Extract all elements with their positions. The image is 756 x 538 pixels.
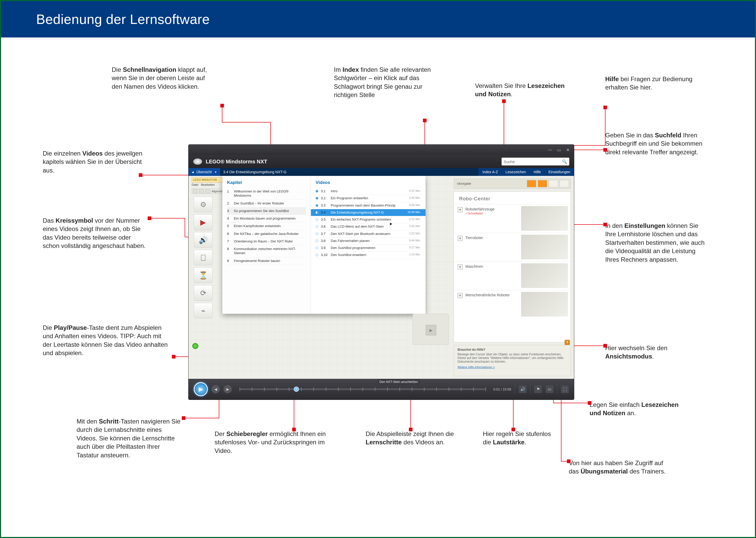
tool-play-icon[interactable]: [194, 214, 213, 230]
tool-display-icon[interactable]: ⎕: [194, 250, 213, 265]
ann-einstellungen: In den Einstellungen können Sie Ihre Ler…: [605, 222, 709, 264]
app-window: — ▭ ✕ LEGO® Mindstorms NXT Suche 🔍 ◀ Übe…: [189, 145, 574, 400]
right-seg-icon[interactable]: [549, 180, 558, 187]
viewmode-icon[interactable]: ⛶: [561, 385, 569, 393]
right-seg-icon[interactable]: [538, 180, 547, 187]
nav-center-icon[interactable]: ▶: [426, 325, 436, 335]
video-row[interactable]: 3.4 Die Entwicklungsumgebung NXT-G 15:58…: [311, 209, 425, 216]
chapter-row[interactable]: 5Einen Kampfroboter entwickeln: [227, 222, 306, 230]
app-title: LEGO® Mindstorms NXT: [206, 159, 267, 165]
progress-circle-icon: [316, 218, 318, 221]
time-counter: 0:01 / 15:58: [493, 387, 511, 391]
bookmark-icon[interactable]: ⚑: [534, 385, 542, 393]
help-heading: Brauchst du Hilfe?: [458, 348, 567, 351]
minimize-icon[interactable]: —: [547, 147, 553, 152]
tool-switch-icon[interactable]: [194, 303, 213, 318]
video-row[interactable]: 3.2 Ein Programm entwerfen 5:55 Min.: [316, 195, 421, 202]
menu-file[interactable]: Datei: [192, 183, 198, 188]
chapter-row[interactable]: 3So programmieren Sie den SushiBot: [227, 207, 306, 215]
play-pause-button[interactable]: ▶: [194, 382, 208, 396]
video-row[interactable]: 3.7 Den NXT-Stein per Bluetooth ansteuer…: [316, 231, 421, 238]
chapters-heading: Kapitel: [227, 180, 306, 185]
search-input[interactable]: Suche 🔍: [502, 158, 569, 165]
tool-wait-icon[interactable]: [194, 267, 213, 283]
progress-circle-icon: [316, 197, 318, 199]
video-row[interactable]: 3.5 Ein einfaches NXT-Programm schreiben…: [316, 216, 421, 223]
help-icon[interactable]: ?: [565, 340, 570, 345]
maximize-icon[interactable]: ▭: [556, 147, 562, 152]
video-row[interactable]: 3.9 Den SushiBot programmieren 9:27 Min.: [316, 244, 421, 251]
start-node-icon[interactable]: [192, 342, 199, 350]
videos-heading: Videos: [316, 180, 421, 185]
chapter-row[interactable]: 4Ein Mondauto bauen und programmieren: [227, 215, 306, 222]
embedded-menu: Datei Bearbeiten: [192, 183, 215, 188]
ann-ansicht: Hier wechseln Sie den Ansichtsmodus.: [605, 344, 699, 361]
app-top-bar: LEGO® Mindstorms NXT Suche 🔍: [189, 155, 574, 168]
close-icon[interactable]: ✕: [565, 147, 571, 152]
search-icon[interactable]: 🔍: [562, 159, 567, 164]
robo-center-title: Robo-Center: [454, 192, 571, 204]
expand-icon[interactable]: +: [458, 236, 463, 241]
tool-gear-icon[interactable]: [194, 197, 213, 212]
materials-icon[interactable]: ▭: [545, 385, 553, 393]
step-back-button[interactable]: ◀: [212, 385, 220, 393]
menu-edit[interactable]: Bearbeiten: [201, 183, 215, 188]
ann-schritt: Mit den Schritt-Tasten navigieren Sie du…: [77, 417, 181, 459]
tool-sound-icon[interactable]: [194, 232, 213, 248]
quick-btn[interactable]: [193, 189, 198, 193]
help-body: Bewege den Cursor über ein Objekt, so da…: [458, 352, 567, 363]
chapter-row[interactable]: 8Kommunikation zwischen mehreren NXT-Ste…: [227, 245, 306, 257]
cursor-icon: ➤: [389, 221, 393, 226]
expand-icon[interactable]: +: [458, 207, 463, 212]
robo-category[interactable]: + Maschinen: [454, 261, 571, 290]
window-titlebar: — ▭ ✕: [189, 145, 574, 155]
progress-circle-icon: [316, 233, 318, 235]
nav-pad[interactable]: ▶: [412, 314, 449, 345]
ann-lesezeichen-top: Verwalten Sie Ihre Lesezeichen und Notiz…: [475, 82, 574, 99]
video-row[interactable]: 3.10 Den SushiBot erweitern 1:23 Min.: [316, 251, 421, 259]
video-row[interactable]: 3.8 Das Fahrverhalten planen 8:44 Min.: [316, 238, 421, 244]
volume-icon[interactable]: 🔊: [519, 385, 527, 393]
search-placeholder: Suche: [504, 159, 515, 164]
tab-index[interactable]: Index A-Z: [478, 168, 502, 176]
step-forward-button[interactable]: ▶: [223, 385, 232, 393]
app-body: LEGO MINDSTOR… Datei Bearbeiten Allgemei…: [189, 176, 574, 379]
video-row[interactable]: 3.1 Intro 0:31 Min.: [316, 188, 421, 195]
help-link[interactable]: Weitere Hilfe-Informationen >: [458, 365, 567, 369]
quick-btn[interactable]: [206, 189, 210, 193]
robo-thumb: [521, 292, 568, 317]
help-box: Brauchst du Hilfe? Bewege den Cursor übe…: [454, 345, 571, 376]
expand-icon[interactable]: +: [458, 264, 463, 270]
tab-settings[interactable]: Einstellungen: [544, 168, 574, 176]
expand-icon[interactable]: +: [458, 293, 463, 298]
robo-category[interactable]: + Menschenähnliche Roboter: [454, 290, 571, 319]
progress-circle-icon: [316, 204, 318, 207]
chapter-row[interactable]: 6Die NXTika – der galaktische Java-Robot…: [227, 230, 306, 238]
robo-category[interactable]: + Roboterfahrzeuge» Schnellstart: [454, 204, 571, 233]
toolbox: ⎕: [194, 197, 213, 318]
dropdown-icon: ▼: [214, 171, 217, 174]
video-row[interactable]: 3.6 Das LCD-Menü auf dem NXT-Stein 2:05 …: [316, 223, 421, 230]
schnellnavigation-panel: Kapitel 1Willkommen in der Welt von LEGO…: [222, 176, 425, 314]
right-seg-icon[interactable]: [527, 180, 536, 187]
chapter-row[interactable]: 1Willkommen in der Welt von LEGO® Mindst…: [227, 188, 306, 200]
ann-kreissymbol: Das Kreissymbol vor der Nummer eines Vid…: [43, 216, 147, 250]
quick-btn[interactable]: [199, 189, 204, 193]
ann-schieberegler: Der Schieberegler ermöglicht Ihnen ein s…: [215, 430, 329, 455]
breadcrumb-overview[interactable]: ◀ Übersicht ▼: [189, 168, 220, 176]
breadcrumb-current[interactable]: 3.4 Die Entwicklungsumgebung NXT-G: [220, 168, 289, 176]
tab-help[interactable]: Hilfe: [530, 168, 544, 176]
video-row[interactable]: 3.3 Programmieren nach dem Baustein-Prin…: [316, 202, 421, 209]
playbar: ▶ ◀ ▶ Den NXT-Stein anschließen 0:01 / 1…: [189, 379, 574, 400]
chapter-row[interactable]: 9Ferngesteuerte Roboter bauen: [227, 257, 306, 265]
ann-schnellnav: Die Schnellnavigation klappt auf, wenn S…: [112, 66, 216, 91]
tab-bookmarks[interactable]: Lesezeichen: [502, 168, 530, 176]
robo-category[interactable]: + Tierroboter: [454, 233, 571, 261]
chapter-row[interactable]: 7Orientierung im Raum – Der NXT Rider: [227, 238, 306, 245]
timeline-knob[interactable]: [294, 387, 299, 392]
timeline-slider[interactable]: Den NXT-Stein anschließen: [240, 388, 485, 390]
progress-circle-icon: [316, 254, 318, 256]
tool-loop-icon[interactable]: [194, 285, 213, 301]
chapter-row[interactable]: 2Der SushiBot – Ihr erster Roboter: [227, 200, 306, 207]
right-seg-icon[interactable]: [560, 180, 569, 187]
